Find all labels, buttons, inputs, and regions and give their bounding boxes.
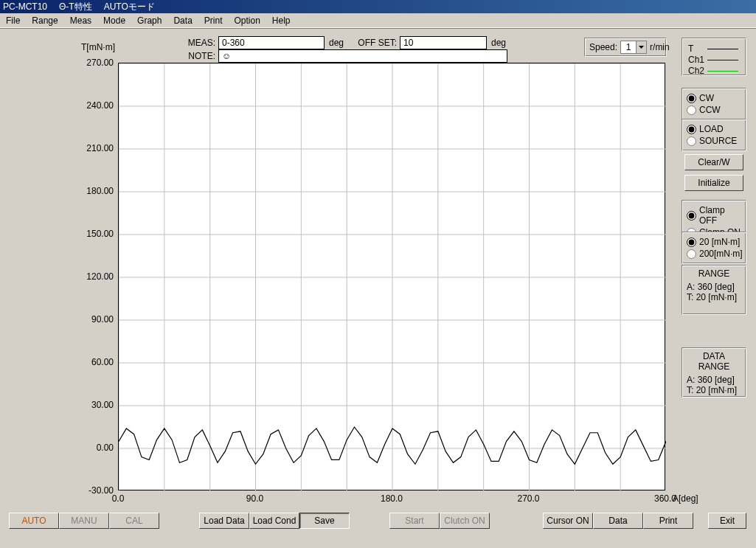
radio-clamp-off[interactable]: Clamp OFF <box>687 205 741 226</box>
y-tick: 30.00 <box>80 400 114 410</box>
speed-combo[interactable] <box>620 41 647 54</box>
data-range-t: T: 20 [mN·m] <box>687 385 741 395</box>
range-t: T: 20 [mN·m] <box>687 292 741 302</box>
data-range-a: A: 360 [deg] <box>687 375 741 385</box>
radio-load[interactable]: LOAD <box>687 124 741 134</box>
speed-value[interactable] <box>621 42 636 52</box>
note-row: NOTE: <box>184 49 507 63</box>
meas-row: MEAS: deg OFF SET: deg <box>184 36 506 49</box>
menu-option[interactable]: Option <box>235 15 260 26</box>
x-tick: 270.0 <box>514 493 544 504</box>
load-source-group: LOAD SOURCE <box>682 119 746 151</box>
y-axis-label: T[mN·m] <box>81 42 115 52</box>
data-button[interactable]: Data <box>593 513 643 529</box>
y-tick: 210.00 <box>80 143 114 153</box>
radio-source[interactable]: SOURCE <box>687 136 741 146</box>
y-tick: 60.00 <box>80 357 114 367</box>
chevron-down-icon[interactable] <box>636 41 646 53</box>
menu-meas[interactable]: Meas <box>70 15 91 26</box>
cursor-on-button[interactable]: Cursor ON <box>543 513 593 529</box>
legend-ch1-line <box>707 60 738 60</box>
legend-t-line <box>707 49 738 49</box>
note-label: NOTE: <box>184 51 218 61</box>
start-button[interactable]: Start <box>389 513 440 529</box>
range-a: A: 360 [deg] <box>687 282 741 292</box>
direction-group: CW CCW <box>682 88 746 120</box>
title-mode: AUTOモード <box>104 1 155 13</box>
clear-w-button[interactable]: Clear/W <box>684 154 743 170</box>
legend-t: T <box>688 44 707 54</box>
y-tick: 240.00 <box>80 100 114 111</box>
menu-data[interactable]: Data <box>173 15 192 26</box>
y-tick: 180.00 <box>80 186 114 196</box>
initialize-button[interactable]: Initialize <box>684 175 743 191</box>
y-tick: 150.00 <box>80 229 114 239</box>
meas-unit: deg <box>329 38 356 48</box>
menu-bar: File Range Meas Mode Graph Data Print Op… <box>0 13 756 28</box>
title-app: PC-MCT10 <box>3 1 47 12</box>
exit-button[interactable]: Exit <box>708 513 746 529</box>
offset-input[interactable] <box>400 36 487 49</box>
x-axis-label: A[deg] <box>673 493 698 504</box>
range-box: RANGE A: 360 [deg] T: 20 [mN·m] <box>682 265 746 315</box>
radio-200mnm[interactable]: 200[mN·m] <box>687 249 741 259</box>
range-title: RANGE <box>687 268 741 279</box>
save-button[interactable]: Save <box>299 513 350 529</box>
meas-label: MEAS: <box>184 38 218 48</box>
y-tick: 0.00 <box>80 443 114 453</box>
y-tick: 120.00 <box>80 271 114 282</box>
menu-file[interactable]: File <box>6 15 20 26</box>
menu-graph[interactable]: Graph <box>137 15 162 26</box>
auto-button[interactable]: AUTO <box>9 513 59 529</box>
radio-cw[interactable]: CW <box>687 93 741 103</box>
clutch-on-button[interactable]: Clutch ON <box>440 513 490 529</box>
speed-label: Speed: <box>589 42 617 52</box>
radio-ccw[interactable]: CCW <box>687 105 741 115</box>
data-range-box: DATA RANGE A: 360 [deg] T: 20 [mN·m] <box>682 347 746 398</box>
legend-ch2-line <box>707 71 738 72</box>
torque-unit-group: 20 [mN·m] 200[mN·m] <box>682 232 746 264</box>
note-input[interactable] <box>218 49 507 63</box>
menu-help[interactable]: Help <box>272 15 291 26</box>
cal-button[interactable]: CAL <box>109 513 159 529</box>
menu-range[interactable]: Range <box>32 15 58 26</box>
meas-input[interactable] <box>218 36 325 49</box>
radio-20mnm[interactable]: 20 [mN·m] <box>687 237 741 247</box>
x-tick: 180.0 <box>377 493 406 504</box>
menu-mode[interactable]: Mode <box>103 15 125 26</box>
title-bar: PC-MCT10 Θ-T特性 AUTOモード <box>0 0 756 13</box>
menu-print[interactable]: Print <box>204 15 223 26</box>
print-button[interactable]: Print <box>643 513 693 529</box>
x-tick: 0.0 <box>103 493 133 504</box>
legend-ch2: Ch2 <box>688 66 707 76</box>
legend-ch1: Ch1 <box>688 55 707 65</box>
legend-box: T Ch1 Ch2 <box>682 38 746 76</box>
x-tick: 90.0 <box>240 493 270 504</box>
offset-label: OFF SET: <box>356 38 400 48</box>
title-sub: Θ-T特性 <box>59 1 92 13</box>
data-range-title: DATA RANGE <box>687 351 741 372</box>
speed-unit: r/min <box>650 42 670 52</box>
chart-area <box>118 63 665 490</box>
svg-marker-24 <box>639 46 644 49</box>
manu-button[interactable]: MANU <box>59 513 109 529</box>
y-tick: 270.00 <box>80 58 114 68</box>
load-data-button[interactable]: Load Data <box>199 513 249 529</box>
load-cond-button[interactable]: Load Cond <box>249 513 299 529</box>
y-tick: 90.00 <box>80 314 114 325</box>
offset-unit: deg <box>491 38 506 48</box>
speed-box: Speed: r/min <box>584 38 667 57</box>
